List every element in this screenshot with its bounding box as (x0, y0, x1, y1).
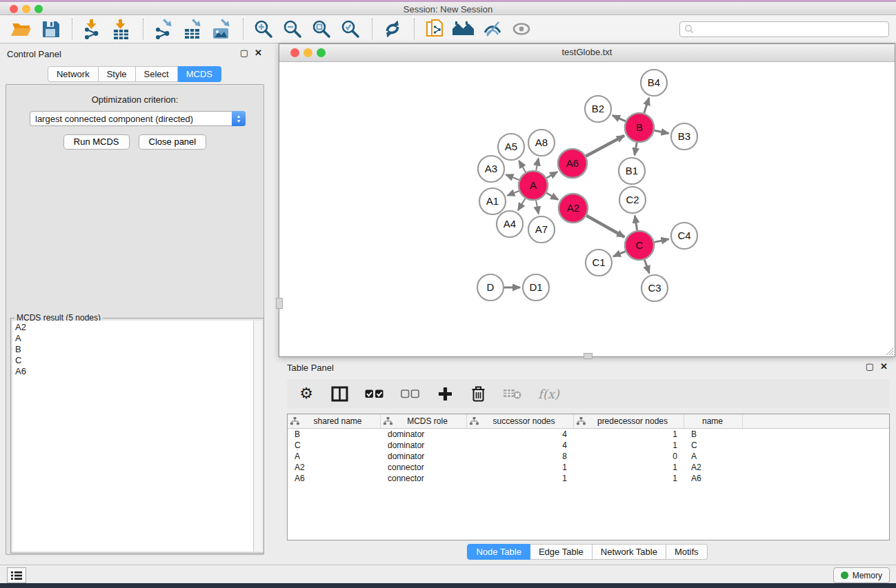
close-panel-button[interactable]: Close panel (139, 134, 207, 150)
column-header-successor-nodes[interactable]: successor nodes (467, 414, 574, 428)
graph-node-B[interactable]: B (625, 113, 654, 142)
mcds-result-item[interactable]: A6 (15, 366, 253, 377)
tab-mcds[interactable]: MCDS (178, 66, 221, 82)
network-canvas[interactable]: B4B2BB3A5A8A6A3B1AA1C2A2A4A7C4CC1C3DD1 (279, 62, 895, 356)
tab-network[interactable]: Network (48, 66, 99, 82)
table-row[interactable]: Cdominator41C (288, 440, 889, 451)
criterion-dropdown[interactable]: largest connected component (directed) ▲… (30, 111, 246, 126)
zoom-selected-button[interactable] (339, 17, 362, 41)
search-input[interactable] (679, 21, 889, 37)
graph-node-A1[interactable]: A1 (479, 188, 506, 214)
network-vertical-scroll-thumb[interactable] (276, 298, 283, 309)
select-all-button[interactable] (365, 384, 384, 403)
main-titlebar[interactable]: Session: New Session (0, 2, 896, 15)
close-icon[interactable]: ✕ (255, 48, 262, 58)
graph-edge-C-C4[interactable] (655, 239, 669, 243)
network-graph[interactable]: B4B2BB3A5A8A6A3B1AA1C2A2A4A7C4CC1C3DD1 (279, 62, 895, 356)
graph-node-A5[interactable]: A5 (498, 134, 524, 160)
duplicate-network-button[interactable] (423, 17, 446, 41)
graph-edge-A-A1[interactable] (507, 191, 519, 196)
graph-node-B4[interactable]: B4 (641, 70, 667, 96)
add-column-button[interactable] (437, 384, 453, 403)
float-icon[interactable]: ▢ (240, 48, 248, 58)
graph-node-A2[interactable]: A2 (559, 194, 588, 223)
graph-node-C4[interactable]: C4 (671, 223, 697, 249)
mcds-result-list[interactable]: A2ABCA6 (12, 321, 254, 551)
delete-column-button[interactable] (470, 384, 486, 403)
table-tab-edge-table[interactable]: Edge Table (530, 544, 593, 560)
graph-edge-A-A7[interactable] (536, 201, 539, 214)
mcds-result-item[interactable]: A2 (15, 322, 253, 333)
graph-node-B2[interactable]: B2 (585, 96, 611, 122)
graph-node-A[interactable]: A (519, 171, 548, 200)
graph-edge-A-A3[interactable] (506, 174, 519, 180)
graph-edge-B-B4[interactable] (644, 98, 649, 113)
graph-node-B1[interactable]: B1 (619, 158, 645, 184)
column-header-shared-name[interactable]: shared name (288, 414, 381, 428)
task-history-button[interactable] (7, 567, 26, 583)
graph-node-C2[interactable]: C2 (619, 187, 646, 213)
mcds-result-item[interactable]: B (15, 344, 253, 355)
home-view-button[interactable] (452, 17, 475, 41)
table-tab-motifs[interactable]: Motifs (666, 544, 708, 560)
graph-edge-B-B3[interactable] (655, 130, 669, 133)
hide-selected-button[interactable] (481, 17, 504, 41)
node-table[interactable]: shared nameMCDS rolesuccessor nodesprede… (287, 414, 890, 540)
graph-edge-A-A4[interactable] (518, 199, 526, 211)
table-close-icon[interactable]: ✕ (880, 362, 888, 372)
table-float-icon[interactable]: ▢ (866, 362, 874, 372)
graph-node-A3[interactable]: A3 (478, 156, 504, 182)
column-header-predecessor-nodes[interactable]: predecessor nodes (574, 414, 684, 428)
graph-node-D[interactable]: D (477, 274, 504, 301)
table-tab-node-table[interactable]: Node Table (467, 544, 530, 560)
graph-node-C1[interactable]: C1 (586, 250, 612, 276)
column-header-name[interactable]: name (684, 414, 743, 428)
table-settings-button[interactable]: ⚙ (298, 384, 315, 403)
graph-edge-A-A6[interactable] (546, 172, 557, 178)
show-all-button[interactable] (510, 17, 533, 41)
tab-select[interactable]: Select (136, 66, 178, 82)
graph-node-D1[interactable]: D1 (523, 274, 549, 301)
save-session-button[interactable] (39, 17, 62, 41)
graph-edge-B-B2[interactable] (613, 115, 626, 121)
deselect-all-button[interactable] (401, 384, 420, 403)
mcds-result-item[interactable]: A (15, 333, 253, 344)
column-header-MCDS-role[interactable]: MCDS role (381, 414, 467, 428)
table-row[interactable]: A6connector11A6 (288, 473, 889, 484)
graph-edge-C-C3[interactable] (644, 260, 649, 274)
run-mcds-button[interactable]: Run MCDS (63, 134, 130, 150)
zoom-in-button[interactable] (252, 17, 275, 41)
graph-node-C[interactable]: C (625, 231, 654, 260)
export-image-button[interactable] (210, 17, 233, 41)
graph-edge-A-A8[interactable] (536, 159, 538, 171)
table-tab-network-table[interactable]: Network Table (593, 544, 666, 560)
graph-node-A7[interactable]: A7 (528, 216, 555, 243)
memory-button[interactable]: Memory (833, 567, 890, 583)
graph-edge-B-B1[interactable] (635, 143, 637, 156)
graph-node-C3[interactable]: C3 (641, 275, 668, 301)
graph-edge-A2-C[interactable] (586, 216, 624, 237)
graph-edge-C-C2[interactable] (635, 216, 637, 231)
zoom-out-button[interactable] (281, 17, 304, 41)
tab-style[interactable]: Style (99, 66, 136, 82)
graph-edge-A6-B[interactable] (586, 136, 624, 156)
zoom-fit-button[interactable] (310, 17, 333, 41)
resize-grip-icon[interactable] (884, 346, 894, 356)
refresh-button[interactable] (381, 17, 404, 41)
result-scrollbar[interactable] (254, 321, 262, 551)
network-window-titlebar[interactable]: testGlobe.txt (279, 44, 895, 62)
graph-edge-A-A5[interactable] (519, 161, 526, 172)
graph-edge-C-C1[interactable] (613, 252, 626, 256)
graph-node-A6[interactable]: A6 (558, 149, 587, 178)
graph-edge-A-A2[interactable] (546, 193, 558, 200)
open-session-button[interactable] (10, 17, 33, 41)
table-row[interactable]: Adominator80A (288, 451, 889, 462)
graph-node-B3[interactable]: B3 (671, 123, 697, 150)
table-row[interactable]: A2connector11A2 (288, 462, 889, 473)
mcds-result-item[interactable]: C (15, 355, 253, 366)
import-network-button[interactable] (81, 17, 104, 41)
split-panel-button[interactable] (331, 384, 348, 403)
graph-node-A4[interactable]: A4 (497, 211, 523, 237)
table-row[interactable]: Bdominator41B (288, 429, 889, 440)
export-table-button[interactable] (181, 17, 204, 41)
